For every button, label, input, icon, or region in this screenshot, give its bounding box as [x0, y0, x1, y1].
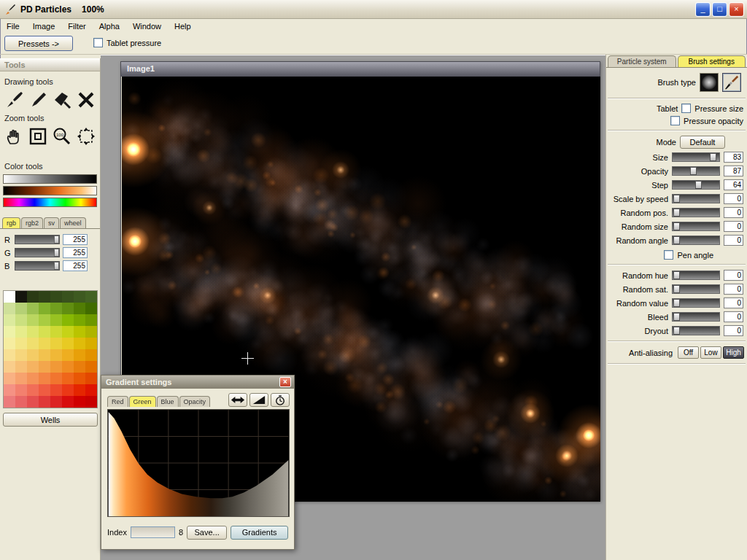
palette-cell[interactable]	[15, 338, 27, 349]
palette-cell[interactable]	[85, 373, 97, 384]
palette-cell[interactable]	[62, 291, 74, 303]
random-pos-slider[interactable]	[672, 208, 720, 217]
slider-thumb[interactable]	[673, 299, 680, 307]
palette-cell[interactable]	[27, 349, 39, 361]
palette-cell[interactable]	[62, 349, 74, 361]
menu-help[interactable]: Help	[168, 20, 198, 32]
palette-cell[interactable]	[27, 361, 39, 373]
palette-cell[interactable]	[27, 291, 39, 303]
palette-cell[interactable]	[74, 326, 85, 338]
palette-cell[interactable]	[74, 373, 85, 384]
palette-cell[interactable]	[50, 303, 62, 314]
palette-cell[interactable]	[4, 291, 15, 303]
palette-cell[interactable]	[39, 314, 50, 326]
palette-cell[interactable]	[39, 373, 50, 384]
soft-brush-button[interactable]	[700, 73, 719, 92]
tab-sv[interactable]: sv	[44, 217, 59, 228]
random-pos-value[interactable]: 0	[724, 207, 743, 218]
bristle-brush-button[interactable]	[722, 73, 741, 92]
palette-cell[interactable]	[74, 314, 85, 326]
palette-cell[interactable]	[27, 396, 39, 408]
menu-window[interactable]: Window	[126, 20, 168, 32]
scale-by-speed-value[interactable]: 0	[724, 193, 743, 204]
index-input[interactable]	[131, 526, 175, 538]
random-sat-slider[interactable]	[672, 284, 720, 294]
palette-cell[interactable]	[27, 326, 39, 338]
palette-cell[interactable]	[4, 338, 15, 349]
palette-cell[interactable]	[50, 338, 62, 349]
palette-cell[interactable]	[50, 314, 62, 326]
slider-thumb[interactable]	[673, 209, 680, 217]
palette-cell[interactable]	[27, 338, 39, 349]
scale-by-speed-slider[interactable]	[672, 194, 720, 203]
b-slider[interactable]	[15, 261, 60, 271]
slider-thumb[interactable]	[673, 195, 680, 203]
random-size-value[interactable]: 0	[724, 221, 743, 232]
random-size-slider[interactable]	[672, 222, 720, 231]
palette-cell[interactable]	[27, 373, 39, 384]
gradient-window-close-button[interactable]: ×	[279, 377, 291, 387]
slider-thumb[interactable]	[54, 236, 59, 244]
palette-cell[interactable]	[15, 384, 27, 396]
palette-cell[interactable]	[27, 303, 39, 314]
presets-button[interactable]: Pressets ->	[4, 36, 73, 51]
palette-cell[interactable]	[4, 384, 15, 396]
palette-cell[interactable]	[39, 384, 50, 396]
dryout-slider[interactable]	[672, 326, 720, 335]
actual-size-button[interactable]	[28, 125, 49, 147]
tab-green[interactable]: Green	[129, 396, 156, 407]
tab-rgb[interactable]: rgb	[2, 217, 20, 228]
random-angle-value[interactable]: 0	[724, 235, 743, 246]
palette-cell[interactable]	[15, 361, 27, 373]
palette-cell[interactable]	[15, 373, 27, 384]
grayscale-gradient-bar[interactable]	[3, 174, 97, 184]
palette-cell[interactable]	[50, 291, 62, 303]
palette-cell[interactable]	[4, 361, 15, 373]
palette-cell[interactable]	[62, 396, 74, 408]
slider-thumb[interactable]	[673, 327, 680, 335]
window-titlebar[interactable]: PD Particles 100% _ □ ×	[0, 0, 747, 19]
palette-cell[interactable]	[50, 373, 62, 384]
zoom-100-button[interactable]: 100	[52, 125, 73, 147]
palette-cell[interactable]	[85, 384, 97, 396]
brush-tool-button[interactable]	[4, 89, 25, 111]
palette-cell[interactable]	[4, 349, 15, 361]
palette-cell[interactable]	[74, 361, 85, 373]
pen-angle-checkbox[interactable]	[664, 250, 673, 260]
palette-cell[interactable]	[39, 303, 50, 314]
mode-default-button[interactable]: Default	[680, 136, 725, 149]
palette-cell[interactable]	[4, 326, 15, 338]
slider-thumb[interactable]	[54, 249, 59, 257]
close-button[interactable]: ×	[729, 2, 744, 17]
slider-thumb[interactable]	[710, 153, 716, 161]
clear-tool-button[interactable]	[75, 89, 96, 111]
slider-thumb[interactable]	[673, 285, 680, 293]
palette-cell[interactable]	[39, 396, 50, 408]
palette-cell[interactable]	[62, 338, 74, 349]
palette-cell[interactable]	[27, 384, 39, 396]
aa-low-button[interactable]: Low	[700, 346, 721, 359]
palette-cell[interactable]	[85, 361, 97, 373]
palette-cell[interactable]	[74, 384, 85, 396]
palette-cell[interactable]	[50, 396, 62, 408]
menu-image[interactable]: Image	[26, 20, 62, 32]
random-hue-slider[interactable]	[672, 271, 720, 280]
minimize-button[interactable]: _	[695, 2, 711, 17]
maximize-button[interactable]: □	[712, 2, 727, 17]
palette-cell[interactable]	[62, 303, 74, 314]
tab-particle-system[interactable]: Particle system	[608, 55, 676, 67]
g-value[interactable]: 255	[63, 247, 88, 258]
slider-thumb[interactable]	[673, 236, 680, 244]
tab-red[interactable]: Red	[107, 396, 128, 407]
menu-filter[interactable]: Filter	[61, 20, 92, 32]
smudge-tool-button[interactable]	[52, 89, 73, 111]
palette-cell[interactable]	[85, 291, 97, 303]
timing-button[interactable]	[271, 393, 290, 407]
tab-rgb2[interactable]: rgb2	[21, 217, 43, 228]
palette-cell[interactable]	[62, 361, 74, 373]
palette-cell[interactable]	[15, 349, 27, 361]
palette-cell[interactable]	[85, 326, 97, 338]
palette-cell[interactable]	[85, 314, 97, 326]
tablet-pressure-checkbox[interactable]	[93, 38, 103, 47]
flip-gradient-button[interactable]	[228, 393, 247, 407]
